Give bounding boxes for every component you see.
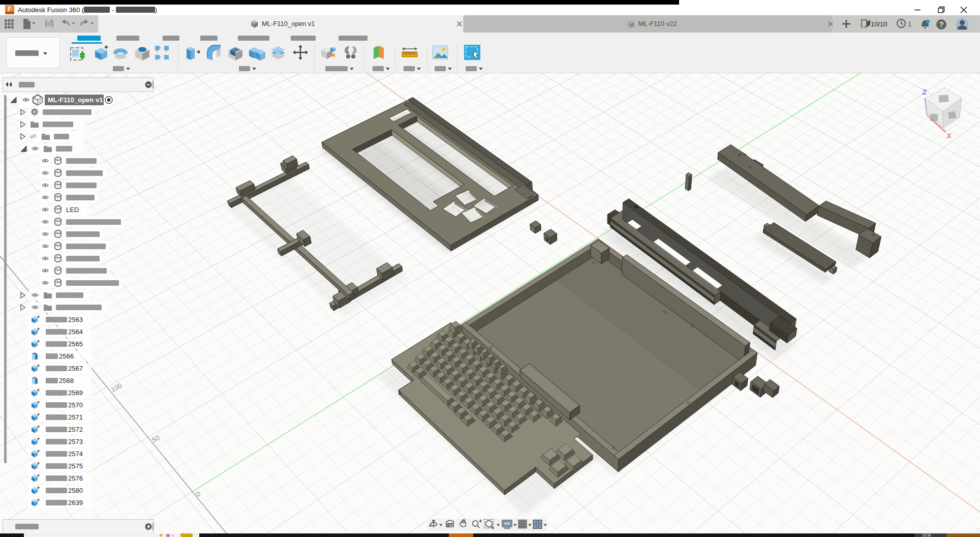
svg-text:2571: 2571 [68, 413, 83, 421]
svg-text:2575: 2575 [68, 462, 83, 470]
svg-text:2567: 2567 [68, 365, 83, 372]
svg-text:2565: 2565 [68, 340, 83, 348]
svg-text:2576: 2576 [68, 474, 83, 482]
svg-text:2569: 2569 [68, 389, 83, 397]
svg-text:2574: 2574 [68, 450, 83, 458]
svg-text:ML-F110_open v1: ML-F110_open v1 [48, 96, 103, 104]
svg-text:?: ? [939, 20, 944, 28]
svg-text:2566: 2566 [59, 352, 74, 360]
svg-text:LED: LED [66, 206, 79, 214]
svg-text:2568: 2568 [59, 377, 74, 384]
svg-text:0: 0 [195, 490, 201, 498]
svg-text:2563: 2563 [68, 316, 83, 323]
svg-text:2639: 2639 [68, 499, 83, 506]
svg-text:2564: 2564 [68, 328, 83, 336]
svg-text:X: X [946, 131, 952, 140]
svg-text:2580: 2580 [68, 487, 83, 494]
svg-text:2570: 2570 [68, 401, 83, 409]
svg-text:2573: 2573 [68, 438, 83, 445]
svg-text:Z: Z [922, 87, 927, 96]
svg-text:2572: 2572 [68, 426, 83, 433]
